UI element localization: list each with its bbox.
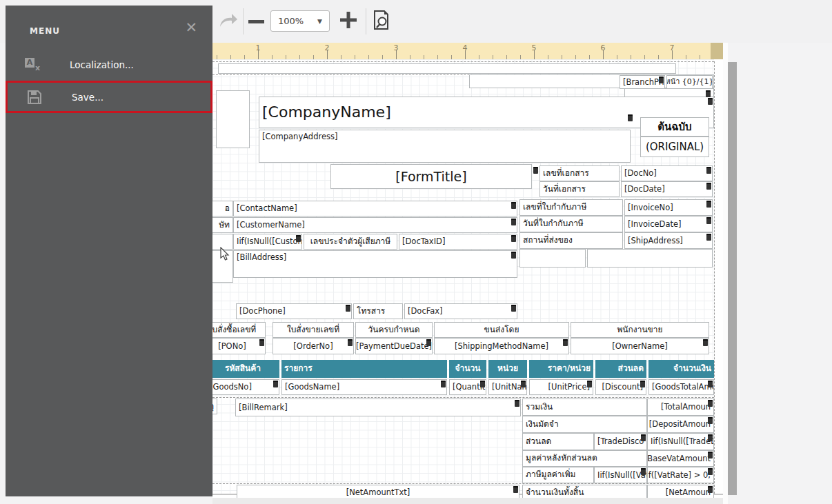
zoom-in-button[interactable] — [337, 0, 360, 43]
resize-grip[interactable] — [708, 417, 713, 424]
resize-grip[interactable] — [628, 114, 633, 121]
resize-grip[interactable] — [708, 400, 713, 407]
total-label[interactable]: รวมเงิน — [522, 399, 647, 416]
resize-grip[interactable] — [563, 339, 568, 346]
vat-iif-field[interactable]: Iif(IsNull([Vat — [594, 467, 647, 483]
col-header-quantity[interactable]: จำนวน — [449, 360, 486, 378]
iif-customer-field[interactable]: Iif(IsNull([Custom — [233, 234, 302, 250]
invoice-no-field[interactable]: [InvoiceNo] — [624, 199, 713, 216]
fax-label[interactable]: โทรสาร — [353, 303, 403, 319]
horizontal-ruler[interactable]: 1234567 — [212, 43, 711, 59]
payment-due-field[interactable]: [PaymentDueDate] — [355, 338, 433, 354]
resize-grip[interactable] — [708, 98, 713, 105]
trade-discount-iif-field[interactable]: Iif(IsNull([TradeD — [647, 433, 714, 450]
resize-grip[interactable] — [706, 90, 711, 97]
doc-no-field[interactable]: [DocNo] — [621, 165, 713, 181]
resize-grip[interactable] — [521, 381, 526, 387]
resize-grip[interactable] — [706, 183, 711, 190]
col-header-goods-no[interactable]: รหัสสินค้า — [212, 360, 279, 378]
customer-name-field[interactable]: [CustomerName] — [233, 217, 517, 233]
bill-label-box[interactable] — [212, 250, 233, 283]
resize-grip[interactable] — [511, 235, 516, 242]
goods-name-field[interactable]: [GoodsName] — [281, 379, 447, 395]
resize-grip[interactable] — [703, 339, 708, 346]
page-number-field[interactable]: หน้า {0}/{1} — [666, 75, 713, 89]
net-amount-txt-field[interactable]: [NetAmountTxt] — [237, 485, 519, 498]
empty-cell-right[interactable] — [587, 249, 713, 268]
resize-grip[interactable] — [346, 305, 350, 312]
vat-rate-iif-field[interactable]: Iif([VatRate] > 0, — [647, 467, 714, 483]
resize-grip[interactable] — [259, 339, 264, 346]
vertical-scrollbar[interactable] — [728, 62, 737, 495]
logo-box[interactable] — [216, 90, 250, 148]
branch-label-box[interactable] — [212, 234, 233, 250]
resize-grip[interactable] — [708, 452, 713, 458]
deposit-label[interactable]: เงินมัดจำ — [522, 416, 647, 433]
report-design-canvas[interactable]: [BranchPrintInfหน้า {0}/{1}[CompanyName]… — [212, 59, 723, 498]
resize-grip[interactable] — [511, 305, 516, 312]
bill-address-field[interactable]: [BillAddress] — [233, 250, 517, 278]
trade-discount-label[interactable]: ส่วนลด — [522, 433, 594, 450]
order-no-field[interactable]: [OrderNo] — [273, 338, 354, 354]
order-no-header[interactable]: ใบสั่งขายเลขที่ — [273, 322, 354, 338]
resize-grip[interactable] — [706, 167, 711, 174]
resize-grip[interactable] — [708, 468, 713, 475]
remark-label-fragment[interactable]: ตุ — [212, 399, 217, 414]
base-vat-label[interactable]: มูลค่าหลังหักส่วนลด — [522, 450, 647, 467]
net-amount-field[interactable]: [NetAmoun — [647, 485, 714, 498]
empty-cell-left[interactable] — [519, 249, 586, 268]
resize-grip[interactable] — [708, 486, 713, 493]
resize-grip[interactable] — [515, 400, 519, 407]
resize-grip[interactable] — [708, 434, 713, 441]
resize-grip[interactable] — [640, 381, 645, 387]
vat-label[interactable]: ภาษีมูลค่าเพิ่ม — [522, 467, 594, 483]
resize-grip[interactable] — [659, 77, 664, 83]
original-label-thai[interactable]: ต้นฉบับ — [640, 117, 709, 137]
owner-name-field[interactable]: [OwnerName] — [571, 338, 709, 354]
branch-print-info-field[interactable]: [BranchPrintInf — [620, 75, 665, 89]
col-header-unit[interactable]: หน่วย — [488, 360, 527, 378]
resize-grip[interactable] — [706, 234, 711, 241]
menu-item-save[interactable]: Save... — [6, 81, 212, 113]
resize-grip[interactable] — [441, 381, 446, 387]
original-label-eng[interactable]: (ORIGINAL) — [640, 137, 709, 157]
doc-phone-field[interactable]: [DocPhone] — [236, 303, 352, 319]
pageheader-band-box[interactable] — [218, 63, 676, 74]
doc-date-field[interactable]: [DocDate] — [621, 181, 713, 197]
goods-total-field[interactable]: [GoodsTotalAmou — [648, 379, 714, 395]
resize-grip[interactable] — [641, 468, 646, 475]
redo-button[interactable] — [217, 0, 240, 43]
resize-grip[interactable] — [706, 217, 711, 224]
unit-price-field[interactable]: [UnitPrice] — [529, 379, 593, 395]
resize-grip[interactable] — [296, 235, 301, 242]
resize-grip[interactable] — [511, 219, 516, 225]
col-header-amount[interactable]: จำนวนเงิน — [648, 360, 714, 378]
resize-grip[interactable] — [706, 201, 711, 208]
resize-grip[interactable] — [533, 167, 538, 174]
close-icon[interactable]: ✕ — [185, 21, 197, 35]
doc-tax-id-field[interactable]: [DocTaxID] — [399, 234, 517, 250]
resize-grip[interactable] — [511, 252, 516, 259]
invoice-no-label[interactable]: เลขที่ใบกำกับภาษี — [519, 199, 623, 216]
resize-grip[interactable] — [273, 381, 278, 387]
resize-grip[interactable] — [480, 381, 485, 387]
discount-field[interactable]: [Discount] — [595, 379, 646, 395]
total-amount-field[interactable]: [TotalAmoun — [647, 399, 714, 416]
sales-header[interactable]: พนักงานขาย — [571, 322, 709, 338]
resize-grip[interactable] — [348, 339, 353, 346]
deposit-amount-field[interactable]: [DepositAmoun — [647, 416, 714, 433]
doc-fax-field[interactable]: [DocFax] — [404, 303, 517, 319]
tax-id-label[interactable]: เลขประจำตัวผู้เสียภาษี — [304, 234, 397, 250]
unit-name-field[interactable]: [UnitNam — [488, 379, 527, 395]
resize-grip[interactable] — [641, 434, 646, 441]
shipping-header[interactable]: ขนส่งโดย — [434, 322, 569, 338]
goods-no-field[interactable]: [GoodsNo] — [212, 379, 279, 395]
zoom-out-button[interactable] — [246, 0, 266, 43]
doc-date-label[interactable]: วันที่เอกสาร — [539, 181, 620, 197]
col-header-goods-name[interactable]: รายการ — [281, 360, 447, 378]
doc-no-label[interactable]: เลขที่เอกสาร — [539, 165, 620, 181]
form-title-field[interactable]: [FormTitle] — [330, 164, 532, 189]
menu-item-localization[interactable]: Ax Localization... — [6, 48, 212, 81]
po-no-field[interactable]: [PONo] — [212, 338, 266, 354]
col-header-unit-price[interactable]: ราคา/หน่วย — [529, 360, 593, 378]
